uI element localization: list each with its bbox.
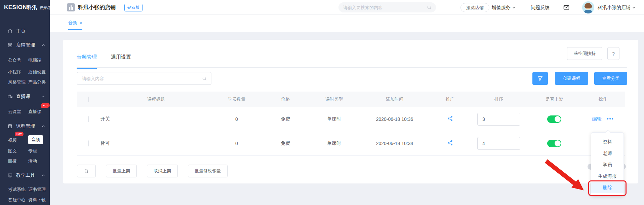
tabs-divider	[77, 67, 627, 68]
dropdown-item-student[interactable]: 学员	[591, 159, 623, 170]
value-added-services-menu[interactable]: 增值服务	[492, 5, 516, 11]
sidebar-item-style-manage[interactable]: 风格管理	[8, 79, 26, 85]
search-icon[interactable]	[202, 76, 207, 81]
chevron-up-icon	[42, 95, 45, 98]
row-checkbox[interactable]	[88, 116, 89, 122]
topbar: 科汛小张的店铺 钻石版 预览店铺 增值服务 问题反馈 科汛小张的店铺	[50, 0, 644, 15]
chevron-down-icon	[512, 6, 516, 9]
chevron-down-icon	[632, 6, 636, 9]
trash-icon	[84, 168, 89, 174]
lesson-type: 单课时	[309, 116, 359, 122]
sidebar-item-home[interactable]: 主页	[7, 28, 26, 34]
on-shelf-toggle[interactable]	[547, 115, 561, 123]
create-course-button[interactable]: 创建课程	[555, 72, 588, 85]
delete-selected-button[interactable]	[77, 165, 96, 177]
hot-badge: HOT	[41, 103, 50, 108]
bulk-off-shelf-button[interactable]: 取消上架	[147, 165, 178, 177]
added-time: 2020-06-18 10:36	[359, 116, 430, 122]
page-content: 音频管理 通用设置 获空间扶持 ? 创建课程 查看分类 课程标题 学员数量	[50, 32, 644, 205]
sidebar-section-shop-manage[interactable]: 店铺管理	[7, 42, 45, 48]
table-row: 皆可 0 免费 单课时 2020-06-18 10:34 编辑 •••	[77, 131, 625, 156]
sidebar-item-certificate-manage[interactable]: 证书管理	[28, 186, 46, 193]
share-icon[interactable]	[447, 140, 453, 146]
shop-icon	[7, 42, 13, 48]
open-tabs-strip: 音频	[50, 15, 644, 32]
course-table: 课程标题 学员数量 价格 课时类型 添加时间 推广 排序 是否上架 操作 开关 …	[77, 92, 625, 156]
student-count: 0	[211, 116, 262, 122]
feedback-link[interactable]: 问题反馈	[531, 5, 550, 11]
col-added-time: 添加时间	[359, 96, 430, 102]
sidebar-item-material-download[interactable]: 资料下载	[28, 197, 46, 203]
sort-input[interactable]	[477, 113, 520, 126]
list-search-input[interactable]	[82, 76, 202, 81]
global-search-input[interactable]	[343, 5, 427, 10]
sidebar-item-official-account[interactable]: 公众号	[8, 57, 21, 63]
logo-brand-cn: 科汛	[27, 4, 37, 10]
logo-slogan: 云开店	[39, 6, 50, 10]
avatar[interactable]	[582, 1, 594, 13]
price: 免费	[262, 140, 309, 146]
global-search	[338, 2, 436, 12]
course-icon	[7, 124, 13, 129]
sidebar-item-shop-settings[interactable]: 店铺设置	[28, 69, 46, 75]
space-support-button[interactable]: 获空间扶持	[567, 47, 602, 60]
sidebar-item-activity[interactable]: 活动	[28, 158, 37, 164]
help-button[interactable]: ?	[607, 47, 619, 60]
tab-audio[interactable]: 音频	[68, 20, 82, 30]
table-header: 课程标题 学员数量 价格 课时类型 添加时间 推广 排序 是否上架 操作	[77, 92, 625, 107]
select-all-checkbox[interactable]	[88, 97, 89, 102]
list-search	[77, 72, 211, 85]
sort-input[interactable]	[477, 137, 520, 150]
sidebar-section-course-manage[interactable]: 课程管理	[7, 123, 45, 129]
sidebar-item-video[interactable]: 视频	[8, 137, 17, 143]
audio-manage-card: 音频管理 通用设置 获空间扶持 ? 创建课程 查看分类 课程标题 学员数量	[63, 40, 638, 183]
mail-icon[interactable]	[563, 4, 570, 11]
filter-button[interactable]	[532, 72, 548, 85]
student-count: 0	[211, 141, 262, 146]
sidebar-section-teaching-tools[interactable]: 教学工具	[7, 172, 45, 178]
sidebar-item-offline-teaching[interactable]: 面授	[8, 158, 17, 164]
lesson-type: 单课时	[309, 140, 359, 146]
logo-brand: KESION	[4, 4, 27, 10]
col-students: 学员数量	[211, 96, 262, 102]
table-row: 开关 0 免费 单课时 2020-06-18 10:36 编辑 •••	[77, 107, 625, 131]
more-actions-dropdown: 资料 老师 学员 生成海报 删除	[591, 132, 624, 196]
plan-badge: 钻石版	[124, 4, 143, 11]
sidebar-item-product-category[interactable]: 产品分类	[28, 79, 46, 85]
app-logo: KESION科汛 云开店	[4, 4, 50, 11]
share-icon[interactable]	[447, 115, 453, 122]
dropdown-item-generate-poster[interactable]: 生成海报	[591, 170, 623, 182]
col-price: 价格	[262, 96, 309, 102]
search-icon[interactable]	[427, 5, 432, 10]
more-actions-button[interactable]: •••	[607, 116, 614, 122]
dropdown-item-material[interactable]: 资料	[591, 136, 623, 147]
tools-icon	[7, 173, 13, 178]
sidebar-section-label: 课程管理	[16, 123, 35, 129]
sidebar-item-live-course[interactable]: 直播课	[28, 109, 41, 115]
col-on-shelf: 是否上架	[527, 96, 581, 102]
dropdown-item-teacher[interactable]: 老师	[591, 147, 623, 159]
close-icon[interactable]	[79, 22, 82, 25]
dropdown-item-delete[interactable]: 删除	[591, 182, 623, 193]
added-time: 2020-06-18 10:34	[359, 141, 430, 146]
preview-store-button[interactable]: 预览店铺	[460, 3, 489, 12]
sidebar-item-audio[interactable]: 音频	[28, 135, 43, 144]
sidebar-item-qa-center[interactable]: 答疑中心	[8, 197, 26, 203]
sidebar-item-column[interactable]: 专栏	[28, 148, 37, 154]
sidebar-item-mini-program[interactable]: 小程序	[8, 69, 21, 75]
sidebar-item-pc-site[interactable]: 电脑端	[28, 57, 41, 63]
sidebar-item-label: 主页	[16, 28, 26, 34]
edit-link[interactable]: 编辑	[592, 116, 602, 122]
bulk-edit-sales-button[interactable]: 批量修改销量	[188, 165, 228, 177]
row-checkbox[interactable]	[88, 140, 89, 146]
account-menu[interactable]: 科汛小张的店铺	[598, 5, 636, 11]
on-shelf-toggle[interactable]	[547, 140, 561, 147]
sidebar-item-articles[interactable]: 图文	[8, 148, 17, 154]
sidebar-item-cloud-classroom[interactable]: 云课堂	[8, 109, 21, 115]
bulk-on-shelf-button[interactable]: 批量上架	[106, 165, 137, 177]
sidebar-item-exam-system[interactable]: 考试系统	[8, 186, 26, 193]
sidebar-section-live-course[interactable]: 直播课	[7, 94, 45, 100]
sidebar-section-label: 店铺管理	[16, 42, 35, 48]
sidebar: KESION科汛 云开店 主页 店铺管理 公众号 电脑端 小程序 店铺设置 风格…	[0, 0, 50, 205]
view-category-button[interactable]: 查看分类	[594, 72, 627, 85]
